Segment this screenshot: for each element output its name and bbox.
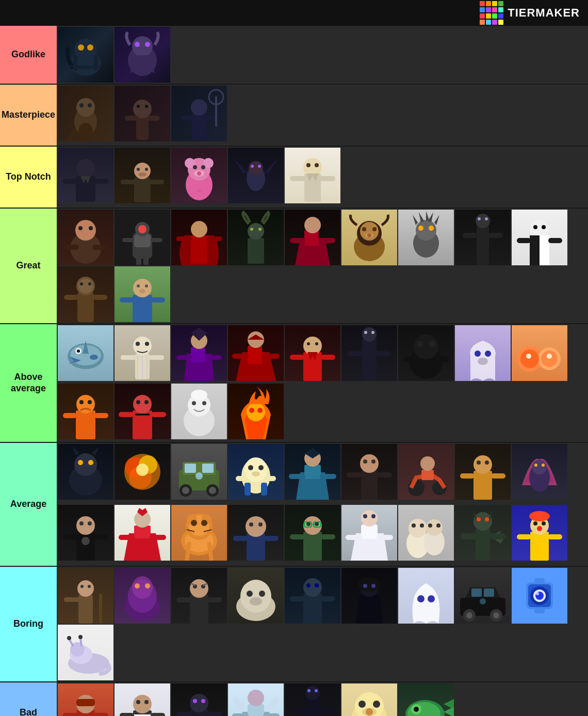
tier-items-great	[57, 209, 588, 323]
list-item	[58, 683, 113, 716]
svg-point-42	[193, 165, 197, 169]
svg-point-210	[258, 465, 264, 470]
svg-rect-280	[346, 535, 362, 540]
svg-rect-118	[120, 297, 134, 303]
logo-cell	[498, 7, 503, 12]
svg-point-306	[80, 585, 84, 588]
svg-point-323	[247, 591, 253, 597]
svg-rect-250	[150, 535, 166, 540]
list-item	[58, 325, 113, 381]
svg-point-334	[363, 584, 367, 588]
list-item	[115, 266, 170, 322]
svg-point-32	[134, 163, 151, 179]
tier-label-godlike: Godlike	[0, 26, 57, 84]
svg-point-232	[477, 460, 481, 465]
logo-cell	[492, 20, 497, 25]
list-item	[228, 505, 284, 561]
svg-point-89	[367, 233, 371, 237]
svg-rect-274	[290, 534, 304, 539]
svg-point-299	[542, 521, 546, 526]
svg-point-263	[249, 522, 253, 527]
svg-point-188	[257, 408, 263, 413]
svg-rect-140	[232, 354, 249, 359]
svg-rect-302	[548, 534, 562, 539]
svg-rect-158	[403, 356, 419, 362]
svg-rect-330	[290, 596, 304, 601]
tier-label-average: Average	[0, 443, 57, 566]
list-item	[285, 148, 340, 203]
list-item	[58, 384, 113, 439]
list-item	[398, 505, 454, 561]
list-item	[171, 505, 227, 561]
svg-point-20	[145, 105, 148, 108]
svg-rect-31	[134, 178, 151, 202]
svg-point-277	[361, 510, 378, 527]
tier-row-topnotch: Top Notch	[0, 147, 588, 209]
svg-point-208	[244, 457, 267, 482]
svg-rect-130	[149, 355, 164, 360]
svg-rect-240	[76, 532, 95, 561]
svg-point-305	[77, 580, 94, 597]
logo-cell	[480, 1, 485, 6]
svg-point-161	[485, 351, 491, 357]
svg-point-379	[201, 699, 205, 703]
svg-rect-308	[64, 597, 79, 602]
svg-rect-150	[348, 351, 363, 356]
svg-rect-339	[471, 588, 482, 597]
logo-cell	[480, 20, 485, 25]
svg-point-152	[364, 331, 367, 334]
svg-point-300	[537, 526, 542, 531]
svg-rect-180	[151, 412, 166, 417]
list-item	[341, 444, 397, 500]
svg-point-394	[358, 701, 366, 708]
svg-rect-69	[136, 259, 141, 265]
svg-point-33	[137, 168, 140, 171]
svg-point-262	[246, 516, 266, 537]
svg-rect-136	[176, 355, 192, 360]
svg-point-59	[78, 226, 83, 230]
svg-point-345	[480, 598, 486, 604]
list-item	[285, 444, 340, 500]
list-item	[341, 568, 397, 624]
tier-items-topnotch	[57, 147, 588, 208]
svg-point-397	[366, 708, 373, 715]
svg-point-329	[315, 583, 319, 587]
tier-row-bad: Bad	[0, 682, 588, 716]
svg-point-242	[79, 521, 84, 526]
svg-point-128	[145, 342, 149, 346]
svg-point-205	[209, 487, 216, 494]
list-item	[285, 210, 340, 265]
svg-rect-220	[361, 470, 378, 500]
svg-rect-296	[530, 532, 549, 561]
svg-rect-147	[321, 355, 335, 360]
svg-rect-169	[76, 410, 95, 439]
svg-point-192	[88, 460, 93, 465]
svg-point-86	[362, 227, 366, 231]
svg-rect-74	[206, 236, 222, 241]
svg-point-72	[191, 221, 207, 237]
logo-cell	[486, 13, 491, 19]
svg-rect-75	[248, 238, 264, 264]
svg-point-303	[529, 511, 550, 521]
tier-items-godlike	[57, 26, 588, 84]
list-item	[58, 148, 113, 203]
svg-rect-385	[263, 713, 280, 716]
svg-rect-275	[321, 534, 335, 539]
svg-point-43	[201, 165, 205, 169]
list-item	[341, 210, 397, 265]
svg-point-288	[428, 523, 432, 528]
logo-cell	[486, 7, 491, 12]
svg-point-77	[250, 228, 253, 231]
tier-table: Godlike	[0, 26, 588, 716]
list-item	[171, 148, 227, 203]
svg-rect-25	[215, 96, 217, 127]
svg-point-190	[74, 453, 97, 476]
logo-cell	[492, 13, 497, 19]
svg-rect-138	[248, 346, 262, 364]
tier-row-masterpiece: Masterpiece	[0, 85, 588, 147]
list-item	[228, 444, 284, 500]
svg-point-327	[303, 578, 322, 597]
svg-point-11	[76, 98, 95, 117]
logo-cell	[486, 1, 491, 6]
svg-point-289	[436, 523, 440, 528]
